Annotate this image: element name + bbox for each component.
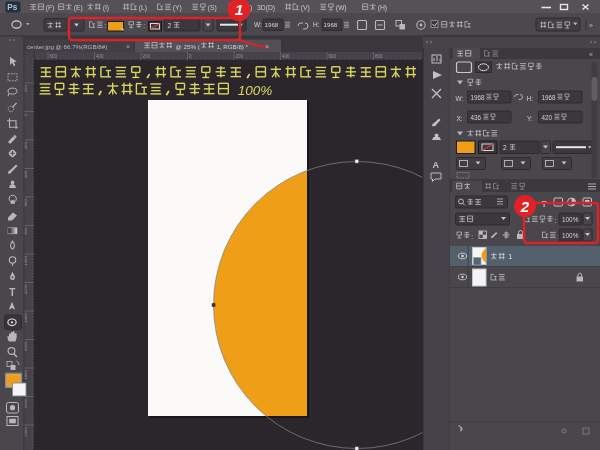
svg-text:(F): (F): [46, 4, 55, 12]
svg-text:(Y): (Y): [173, 4, 182, 12]
svg-text::: :: [143, 22, 145, 29]
svg-text:(V): (V): [301, 4, 310, 12]
svg-text:1, RGB/8) *: 1, RGB/8) *: [216, 43, 248, 50]
svg-text:(H): (H): [378, 4, 387, 12]
svg-text:1: 1: [235, 1, 244, 18]
svg-text:A: A: [433, 160, 440, 170]
svg-text::: :: [104, 22, 106, 29]
svg-text:W:: W:: [456, 95, 464, 102]
svg-text:1968: 1968: [324, 21, 338, 28]
svg-text:»: »: [589, 22, 593, 29]
svg-text:420: 420: [542, 114, 553, 121]
svg-text:H:: H:: [313, 21, 320, 28]
svg-text:2: 2: [520, 198, 530, 215]
svg-text:1968: 1968: [265, 21, 279, 28]
svg-text:100%: 100%: [238, 83, 273, 98]
svg-text:«: «: [589, 51, 593, 58]
svg-text:T: T: [9, 287, 15, 298]
svg-text:Y:: Y:: [527, 115, 533, 122]
svg-text::: :: [471, 233, 473, 240]
svg-text:436: 436: [471, 114, 482, 121]
svg-text:2: 2: [168, 22, 172, 29]
svg-text:100%: 100%: [562, 216, 579, 223]
svg-text:100%: 100%: [562, 232, 579, 239]
svg-text:center.jpg @ 66.7%(RGB/8#): center.jpg @ 66.7%(RGB/8#): [27, 43, 107, 50]
svg-text:2: 2: [503, 144, 507, 151]
svg-text:×: ×: [126, 43, 130, 50]
svg-text:1968: 1968: [542, 94, 557, 101]
svg-text:W:: W:: [254, 21, 262, 28]
svg-text:H:: H:: [527, 95, 534, 102]
svg-text:X:: X:: [457, 115, 463, 122]
svg-text:(W): (W): [336, 4, 347, 12]
svg-text:@ 25% (: @ 25% (: [176, 43, 201, 50]
svg-text::: :: [555, 217, 557, 224]
svg-text:Ps: Ps: [7, 3, 17, 12]
svg-text:1968: 1968: [471, 94, 486, 101]
svg-text:1: 1: [509, 253, 513, 260]
svg-text:(L): (L): [139, 4, 147, 12]
svg-text:3D(D): 3D(D): [257, 4, 275, 12]
svg-text:(S): (S): [208, 4, 217, 12]
svg-text:(I): (I): [103, 4, 109, 12]
svg-text:(E): (E): [74, 4, 83, 12]
